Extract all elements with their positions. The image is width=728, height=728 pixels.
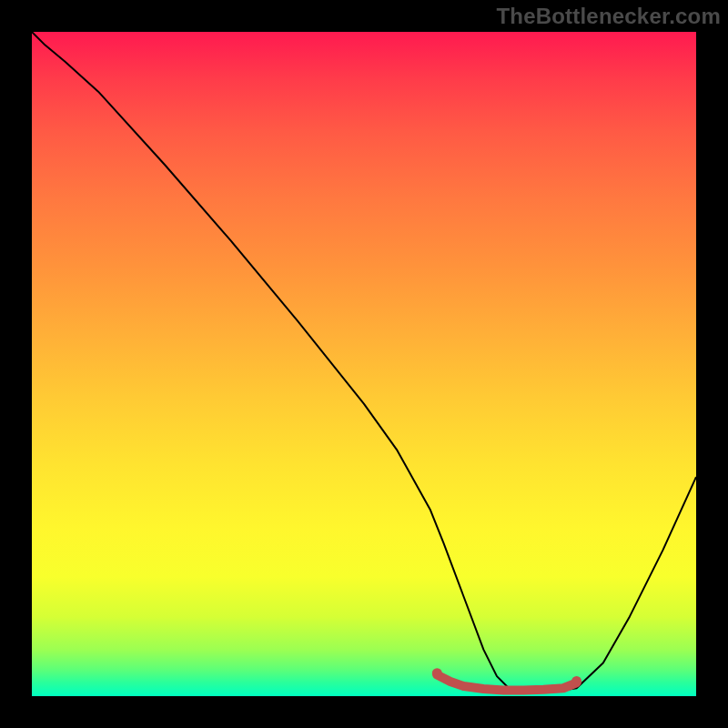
plot-area [32, 32, 696, 696]
marker-endpoint [432, 668, 442, 678]
bottleneck-curve [32, 32, 696, 693]
optimal-range-marker [437, 675, 576, 691]
chart-frame: TheBottleneсker.com [0, 0, 728, 728]
chart-svg [32, 32, 696, 696]
marker-endpoint [571, 676, 581, 686]
watermark-text: TheBottleneсker.com [496, 4, 721, 29]
